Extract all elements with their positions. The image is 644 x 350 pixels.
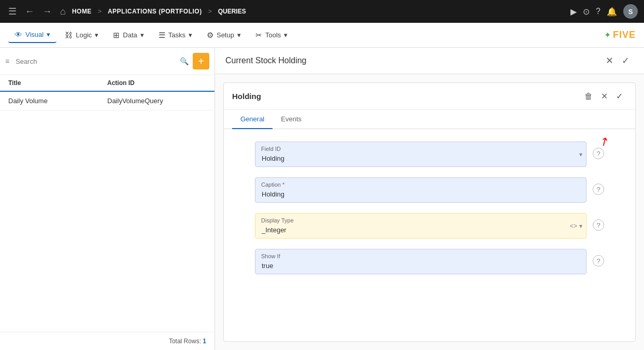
visual-icon: 👁 [15,30,22,39]
bell-icon[interactable]: 🔔 [607,7,617,17]
show-if-input[interactable] [255,249,586,274]
back-icon[interactable]: ← [23,4,36,19]
visual-dropdown-icon: ▾ [47,31,50,38]
play-icon[interactable]: ▶ [570,7,577,17]
forward-icon[interactable]: → [40,4,54,19]
applications-label[interactable]: APPLICATIONS (PORTFOLIO) [108,8,202,15]
sub-nav-item-setup[interactable]: ⚙ Setup ▾ [201,27,247,43]
delete-button[interactable]: 🗑 [580,90,597,103]
queries-label[interactable]: QUERIES [218,8,246,15]
form-content: Field ID ▾ ? Caption * ? [224,129,635,287]
total-rows-label: Total Rows: [169,338,201,345]
sub-nav-item-data[interactable]: ⊞ Data ▾ [107,27,150,43]
setup-label: Setup [217,31,234,39]
left-panel: ≡ 🔍 + Title Action ID Daily Volume Daily… [0,48,215,350]
top-nav: ☰ ← → ⌂ HOME > APPLICATIONS (PORTFOLIO) … [0,0,644,23]
search-icon[interactable]: 🔍 [180,57,189,65]
breadcrumb-sep-2: > [208,8,212,15]
data-table: Title Action ID Daily Volume DailyVolume… [0,75,214,332]
display-type-dropdown-icons[interactable]: <> ▾ [570,222,582,230]
code-icon: <> [570,222,577,230]
tab-general[interactable]: General [232,110,273,129]
display-type-wrapper: Display Type <> ▾ [255,213,586,239]
panel-check-button[interactable]: ✓ [618,53,634,68]
display-type-input[interactable] [255,213,586,239]
home-label[interactable]: HOME [72,8,92,15]
column-title: Title [8,79,107,87]
cell-action-id: DailyVolumeQuery [107,97,206,105]
logic-icon: ⛓ [65,31,73,39]
app-logo: ✦ FIVE [604,30,636,40]
right-panel: ↗ Current Stock Holding ✕ ✓ Holding 🗑 ✕ … [215,48,644,350]
logo-star-icon: ✦ [604,31,611,39]
total-rows-count: 1 [203,338,206,345]
chevron-down-icon-2: ▾ [579,222,582,230]
column-action-id: Action ID [107,79,206,87]
field-id-input[interactable] [255,142,586,167]
logic-dropdown-icon: ▾ [95,31,98,39]
display-type-row: Display Type <> ▾ ? [255,213,604,239]
tools-label: Tools [265,31,281,39]
tasks-dropdown-icon: ▾ [189,31,192,39]
help-nav-icon[interactable]: ? [596,7,600,16]
field-id-wrapper: Field ID ▾ [255,142,586,167]
nav-right: ▶ ⊙ ? 🔔 S [570,4,638,19]
caption-input[interactable] [255,177,586,203]
display-type-help-icon[interactable]: ? [593,219,604,231]
sub-nav-item-logic[interactable]: ⛓ Logic ▾ [59,27,105,43]
panel-title: Current Stock Holding [225,56,602,65]
sub-panel-header: Holding 🗑 ✕ ✓ [224,83,635,110]
show-if-row: Show If ? [255,249,604,274]
home-icon: ⌂ [58,4,68,19]
tab-events[interactable]: Events [273,110,310,129]
avatar[interactable]: S [623,4,638,19]
add-button[interactable]: + [193,53,209,69]
sub-panel-check-button[interactable]: ✓ [612,89,627,103]
sub-panel-close-button[interactable]: ✕ [597,89,612,103]
caption-help-icon[interactable]: ? [593,184,604,195]
panel-close-button[interactable]: ✕ [602,53,618,68]
tools-icon: ✂ [255,31,262,40]
menu-icon[interactable]: ☰ [6,4,19,19]
show-if-wrapper: Show If [255,249,586,274]
logic-label: Logic [76,31,92,39]
show-if-help-icon[interactable]: ? [593,255,604,267]
filter-icon: ≡ [5,57,9,65]
data-dropdown-icon: ▾ [140,31,144,39]
panel-header: Current Stock Holding ✕ ✓ [215,48,644,74]
sub-nav: 👁 Visual ▾ ⛓ Logic ▾ ⊞ Data ▾ ☰ Tasks ▾ … [0,23,644,48]
field-id-dropdown-icon[interactable]: ▾ [579,151,582,158]
sub-nav-item-tasks[interactable]: ☰ Tasks ▾ [152,27,198,43]
sub-nav-item-visual[interactable]: 👁 Visual ▾ [8,27,56,43]
total-rows: Total Rows: 1 [0,332,214,350]
tabs: General Events [224,110,635,129]
setup-dropdown-icon: ▾ [237,31,241,39]
cell-title: Daily Volume [8,97,107,105]
data-label: Data [123,31,137,39]
caption-wrapper: Caption * [255,177,586,203]
table-header: Title Action ID [0,75,214,92]
logo-text: FIVE [613,30,636,40]
search-input[interactable] [16,58,176,65]
caption-row: Caption * ? [255,177,604,203]
visual-label: Visual [25,31,44,38]
tasks-label: Tasks [168,31,185,39]
table-row[interactable]: Daily Volume DailyVolumeQuery [0,92,214,110]
chevron-down-icon: ▾ [579,151,582,158]
tools-dropdown-icon: ▾ [284,31,288,39]
setup-icon: ⚙ [207,31,213,40]
search-nav-icon[interactable]: ⊙ [583,7,590,17]
sub-nav-item-tools[interactable]: ✂ Tools ▾ [249,27,294,43]
field-id-help-icon[interactable]: ? [593,148,604,159]
sub-panel-title: Holding [232,92,580,101]
search-bar: ≡ 🔍 + [0,48,214,75]
sub-panel: Holding 🗑 ✕ ✓ General Events Field ID [223,82,636,342]
breadcrumb-sep-1: > [98,8,102,15]
field-id-row: Field ID ▾ ? [255,142,604,167]
tasks-icon: ☰ [159,31,165,40]
data-icon: ⊞ [113,31,120,40]
